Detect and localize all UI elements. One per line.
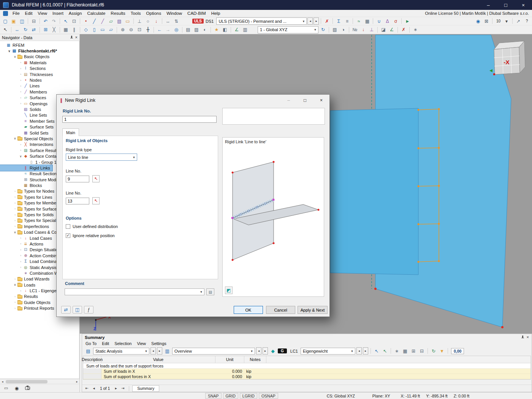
scroll-right-icon[interactable]: ▸: [74, 380, 79, 383]
tree-item-surface-contacts[interactable]: ∨◆Surface Contacts: [0, 153, 64, 159]
render-settings-button[interactable]: ◑: [339, 26, 347, 33]
panel-mode-button[interactable]: ▭: [3, 385, 10, 392]
tree-expander-icon[interactable]: ∨: [13, 231, 17, 234]
calculate-all-button[interactable]: Σ: [335, 17, 342, 25]
hinge-tool-button[interactable]: ○: [144, 17, 152, 25]
design-situation-combo[interactable]: ULS (STR/GEO) - Permanent and ... ▾: [216, 17, 307, 25]
print-table-button[interactable]: ⊟: [418, 347, 426, 355]
menu-view[interactable]: View: [35, 10, 50, 16]
menu-help[interactable]: Help: [209, 10, 223, 16]
summary-menu-edit[interactable]: Edit: [99, 341, 112, 346]
tree-item-materials[interactable]: ›▦Materials: [0, 60, 49, 65]
show-numbering-button[interactable]: №: [351, 26, 359, 33]
tree-item-sections[interactable]: ›ISections: [0, 66, 48, 71]
decimal-display[interactable]: 0,00: [451, 348, 464, 354]
tree-expander-icon[interactable]: ›: [19, 79, 23, 82]
guideline-button[interactable]: ∥: [70, 26, 78, 33]
tree-item-imperfections[interactable]: ›Imperfections: [0, 223, 51, 229]
tree-expander-icon[interactable]: ∨: [19, 155, 23, 158]
pick-line1-button[interactable]: ↖: [92, 175, 100, 182]
tree-expander-icon[interactable]: ›: [19, 242, 23, 245]
tree-item-surface-sets[interactable]: ▰Surface Sets: [0, 124, 56, 130]
zoom-out-button[interactable]: ⊖: [127, 26, 135, 33]
dialog-title-bar[interactable]: ∥ New Rigid Link – □ ×: [57, 95, 329, 106]
ignore-relative-position-option[interactable]: ✓ Ignore relative position: [66, 233, 115, 238]
move-copy-button[interactable]: ↔: [13, 26, 21, 33]
tree-item-types-for-nodes[interactable]: ›Types for Nodes: [0, 188, 57, 194]
animate-results-button[interactable]: ►: [404, 17, 411, 25]
work-plane-button[interactable]: ◧: [221, 26, 229, 33]
tree-expander-icon[interactable]: ›: [19, 266, 23, 269]
node-tool-button[interactable]: •: [82, 17, 90, 25]
preview-settings-button[interactable]: ◩: [225, 287, 233, 294]
solid-tool-button[interactable]: ▧: [116, 17, 123, 25]
tree-item-special-objects[interactable]: ∨Special Objects: [0, 136, 55, 141]
status-toggle-osnap[interactable]: OSNAP: [259, 393, 278, 399]
tree-expander-icon[interactable]: ∨: [13, 55, 17, 59]
tree-expander-icon[interactable]: ∨: [13, 137, 17, 140]
close-icon[interactable]: ×: [75, 35, 78, 40]
tree-expander-icon[interactable]: ›: [19, 143, 23, 146]
status-toggle-grid[interactable]: GRID: [223, 393, 238, 399]
refresh-results-button[interactable]: ↻: [430, 347, 437, 355]
first-page-button[interactable]: ⇤: [84, 385, 90, 391]
view-isometric-button[interactable]: ◇: [82, 26, 90, 33]
surface-small[interactable]: [330, 108, 418, 275]
zoom-window-button[interactable]: ⊡: [136, 26, 143, 33]
tab-summary[interactable]: Summary: [132, 385, 159, 392]
tree-expander-icon[interactable]: ›: [13, 277, 17, 281]
table-row[interactable]: Sum of loads and the sum of support forc…: [83, 363, 530, 369]
last-page-button[interactable]: ⇥: [120, 385, 126, 391]
tree-expander-icon[interactable]: ›: [13, 190, 17, 193]
menu-options[interactable]: Options: [144, 10, 164, 16]
menu-file[interactable]: File: [10, 10, 22, 16]
app-menu-icon[interactable]: [3, 11, 8, 16]
tree-item-rfem[interactable]: ▦RFEM: [0, 42, 27, 48]
tab-main[interactable]: Main: [62, 128, 79, 136]
ok-button[interactable]: OK: [234, 306, 263, 314]
tree-item-load-wizards[interactable]: ›Load Wizards: [0, 276, 52, 282]
navigator-link-button[interactable]: ⇄: [61, 306, 71, 314]
print-button[interactable]: ⊟: [30, 17, 38, 25]
tree-item-types-for-surfaces[interactable]: ›Types for Surfaces: [0, 206, 61, 212]
deformations-button[interactable]: ∪: [375, 17, 383, 25]
checkbox-unchecked-icon[interactable]: [66, 224, 70, 229]
open-model-button[interactable]: ▣: [10, 17, 17, 25]
tree-item-solid-sets[interactable]: ▩Solid Sets: [0, 130, 51, 136]
analysis-previous-button[interactable]: ◂: [150, 347, 156, 355]
wireframe-display-button[interactable]: ▤: [184, 26, 192, 33]
tree-item-design-situations[interactable]: ›⊡Design Situations: [0, 247, 65, 253]
tree-item-thicknesses[interactable]: ›▤Thicknesses: [0, 71, 55, 77]
select-results-pointer-button[interactable]: ↖: [373, 347, 380, 355]
tree-expander-icon[interactable]: ›: [19, 84, 23, 88]
tree-expander-icon[interactable]: ›: [19, 102, 23, 105]
calculation-settings-button[interactable]: ≡: [343, 17, 351, 25]
maximize-button[interactable]: □: [497, 0, 515, 10]
opening-tool-button[interactable]: ▭: [124, 17, 131, 25]
menu-results[interactable]: Results: [108, 10, 128, 16]
stresses-button[interactable]: σ: [392, 17, 399, 25]
result-view-combo[interactable]: Overview ▾: [172, 348, 255, 355]
edit-select-button[interactable]: ↖: [2, 26, 9, 33]
tree-expander-icon[interactable]: ›: [13, 201, 17, 205]
surface-tool-button[interactable]: ▱: [107, 17, 115, 25]
summary-menu-go-to[interactable]: Go To: [83, 341, 99, 346]
tree-item-basic-objects[interactable]: ∨Basic Objects: [0, 54, 52, 60]
tree-expander-icon[interactable]: ›: [19, 236, 23, 240]
table-row[interactable]: Sum of loads in X0.000kip: [83, 369, 530, 374]
view-next-button[interactable]: ▸: [263, 347, 268, 355]
support-tool-button[interactable]: ⊥: [136, 17, 143, 25]
menu-insert[interactable]: Insert: [50, 10, 66, 16]
view-settings-button[interactable]: ∗: [412, 26, 419, 33]
summary-menu-view[interactable]: View: [134, 341, 149, 346]
tree-item-lines[interactable]: ›╱Lines: [0, 83, 42, 89]
copy-object-button[interactable]: ⊞: [42, 26, 49, 33]
load-case-next-button[interactable]: ▸: [363, 347, 368, 355]
tree-item-openings[interactable]: ›▭Openings: [0, 101, 50, 106]
status-toggle-snap[interactable]: SNAP: [205, 393, 222, 399]
load-case-previous-button[interactable]: ◂: [356, 347, 362, 355]
line1-input[interactable]: [66, 176, 89, 182]
tree-expander-icon[interactable]: ›: [19, 289, 23, 293]
pin-icon[interactable]: [521, 336, 524, 339]
result-axes-button[interactable]: ∗: [393, 347, 401, 355]
